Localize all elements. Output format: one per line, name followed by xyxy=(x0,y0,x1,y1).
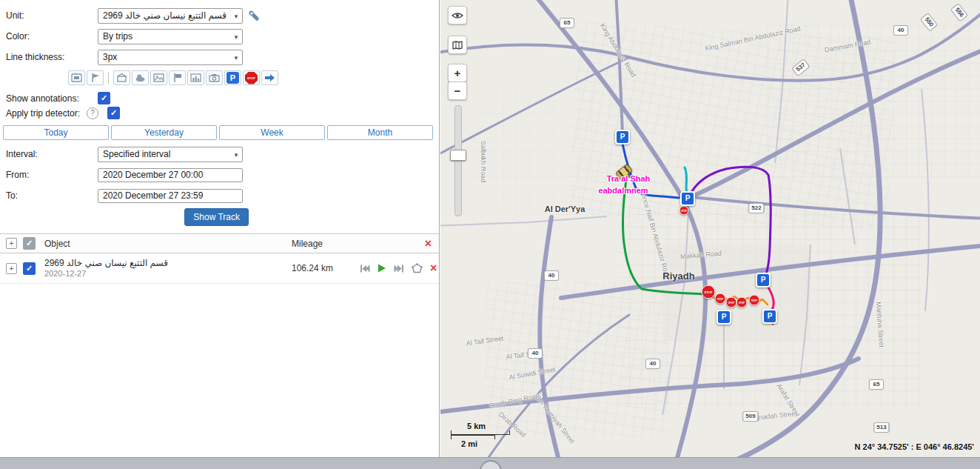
map-scale: 5 km 2 mi xyxy=(451,422,510,448)
layers-button[interactable] xyxy=(448,36,467,54)
parking-marker[interactable]: P xyxy=(615,130,630,144)
expand-row-toggle[interactable]: + xyxy=(6,263,17,274)
cursor-coordinates: N 24° 34.7525' : E 046° 46.8245' xyxy=(855,442,974,451)
to-label: To: xyxy=(6,190,98,201)
photo-icon[interactable] xyxy=(150,70,167,85)
wrench-icon[interactable] xyxy=(249,10,260,21)
week-button[interactable]: Week xyxy=(219,125,325,140)
show-annotations-label: Show annotations: xyxy=(6,93,98,104)
skip-to-start-button[interactable] xyxy=(360,265,370,273)
chevron-down-icon: ▼ xyxy=(233,152,239,159)
package-icon[interactable] xyxy=(113,70,130,85)
object-cell: قسم التتبع نيسان صني خالد 2969 2020-12-2… xyxy=(44,258,292,279)
thickness-row: Line thickness: 3px ▼ xyxy=(0,49,439,65)
unit-select[interactable]: قسم التتبع نيسان صني خالد 2969 ▼ xyxy=(98,8,243,24)
track-row: + ✓ قسم التتبع نيسان صني خالد 2969 2020-… xyxy=(0,253,439,284)
track-settings-panel: Unit: قسم التتبع نيسان صني خالد 2969 ▼ C… xyxy=(0,0,440,457)
map-area: King Abdulaziz RoadKing Salman Bin Abdul… xyxy=(440,0,980,457)
interval-label: Interval: xyxy=(6,149,98,159)
unit-label: Unit: xyxy=(6,10,98,21)
help-icon[interactable]: ? xyxy=(87,107,98,119)
thickness-label: Line thickness: xyxy=(6,52,98,62)
track-player-app: Unit: قسم التتبع نيسان صني خالد 2969 ▼ C… xyxy=(0,0,980,469)
visibility-button[interactable] xyxy=(448,6,467,24)
chart-icon[interactable] xyxy=(187,70,204,85)
stop-marker[interactable]: STOP xyxy=(679,206,689,216)
remove-all-button[interactable]: × xyxy=(425,238,432,250)
thickness-select[interactable]: 3px ▼ xyxy=(98,50,243,65)
zoom-slider-track[interactable] xyxy=(454,105,462,216)
camera-icon[interactable] xyxy=(206,70,223,85)
arrow-marker-toggle[interactable] xyxy=(261,70,278,85)
slideshow-icon[interactable] xyxy=(68,70,85,85)
track-date: 2020-12-27 xyxy=(44,269,292,279)
color-select-value: By trips xyxy=(103,31,229,41)
annotations-row: Show annotations: ✓ xyxy=(0,92,439,104)
stop-marker[interactable]: STOP xyxy=(715,293,726,305)
stop-marker[interactable]: STOP xyxy=(726,297,737,308)
interval-select[interactable]: Specified interval ▼ xyxy=(98,147,243,162)
chevron-down-icon: ▼ xyxy=(233,13,239,20)
parking-marker-toggle[interactable]: P xyxy=(224,70,241,85)
skip-to-end-button[interactable] xyxy=(394,265,404,273)
thickness-select-value: 3px xyxy=(103,52,229,62)
parking-icon: P xyxy=(226,72,239,84)
scale-mi-label: 2 mi xyxy=(461,439,510,448)
parking-marker[interactable]: P xyxy=(756,273,771,287)
playback-controls: × xyxy=(360,262,444,274)
event-flag-icon[interactable] xyxy=(169,70,186,85)
show-track-row: Show Track xyxy=(0,208,249,226)
zoom-slider-handle[interactable] xyxy=(450,150,466,161)
color-label: Color: xyxy=(6,31,98,41)
scale-km-label: 5 km xyxy=(467,422,510,430)
stop-marker[interactable]: STOP xyxy=(749,295,760,306)
stop-marker[interactable]: STOP xyxy=(736,297,748,308)
geofence-icon[interactable] xyxy=(412,263,423,273)
trip-detector-checkbox[interactable]: ✓ xyxy=(107,107,120,119)
marker-toolbar: P STOP xyxy=(0,70,439,86)
map-canvas[interactable] xyxy=(440,0,980,457)
month-button[interactable]: Month xyxy=(327,125,433,140)
color-row: Color: By trips ▼ xyxy=(0,28,439,44)
select-all-checkbox[interactable]: ✓ xyxy=(23,237,36,250)
trip-detector-row: Apply trip detector: ? ✓ xyxy=(0,107,439,119)
cloud-icon[interactable] xyxy=(132,70,149,85)
unit-select-value: قسم التتبع نيسان صني خالد 2969 xyxy=(103,10,229,21)
from-row: From: xyxy=(0,167,439,183)
stop-icon: STOP xyxy=(245,72,258,84)
unit-row: Unit: قسم التتبع نيسان صني خالد 2969 ▼ xyxy=(0,7,439,24)
logo-circle xyxy=(480,460,502,469)
show-track-button[interactable]: Show Track xyxy=(184,208,249,226)
from-label: From: xyxy=(6,170,98,180)
stop-marker[interactable]: STOP xyxy=(702,285,716,299)
today-button[interactable]: Today xyxy=(3,125,109,140)
unit-name: قسم التتبع نيسان صني خالد 2969 xyxy=(44,258,292,269)
parking-marker[interactable]: P xyxy=(762,309,777,324)
quick-ranges: Today Yesterday Week Month xyxy=(3,125,433,140)
track-table-header: + ✓ Object Mileage × xyxy=(0,233,439,253)
to-input[interactable] xyxy=(98,189,243,203)
bottom-strip xyxy=(0,457,980,469)
zoom-out-button[interactable]: − xyxy=(448,82,467,100)
parking-marker[interactable]: P xyxy=(716,310,731,325)
remove-row-button[interactable]: × xyxy=(430,262,437,274)
parking-marker[interactable]: P xyxy=(680,191,695,206)
color-select[interactable]: By trips ▼ xyxy=(98,29,243,44)
stop-marker-toggle[interactable]: STOP xyxy=(243,70,260,85)
row-checkbox[interactable]: ✓ xyxy=(23,262,36,275)
play-button[interactable] xyxy=(377,264,386,273)
mileage-column-header: Mileage xyxy=(292,239,355,249)
show-annotations-checkbox[interactable]: ✓ xyxy=(98,92,110,104)
toolbar-divider xyxy=(108,72,109,84)
expand-all-toggle[interactable]: + xyxy=(6,238,17,249)
object-column-header: Object xyxy=(44,239,292,249)
yesterday-button[interactable]: Yesterday xyxy=(111,125,217,140)
quick-flag-icon[interactable] xyxy=(87,70,104,85)
to-row: To: xyxy=(0,187,439,204)
trip-detector-label: Apply trip detector: xyxy=(6,108,98,119)
zoom-in-button[interactable]: + xyxy=(448,64,467,82)
mileage-value: 106.24 km xyxy=(292,263,355,273)
interval-select-value: Specified interval xyxy=(103,149,229,159)
from-input[interactable] xyxy=(98,168,243,182)
interval-row: Interval: Specified interval ▼ xyxy=(0,146,439,162)
